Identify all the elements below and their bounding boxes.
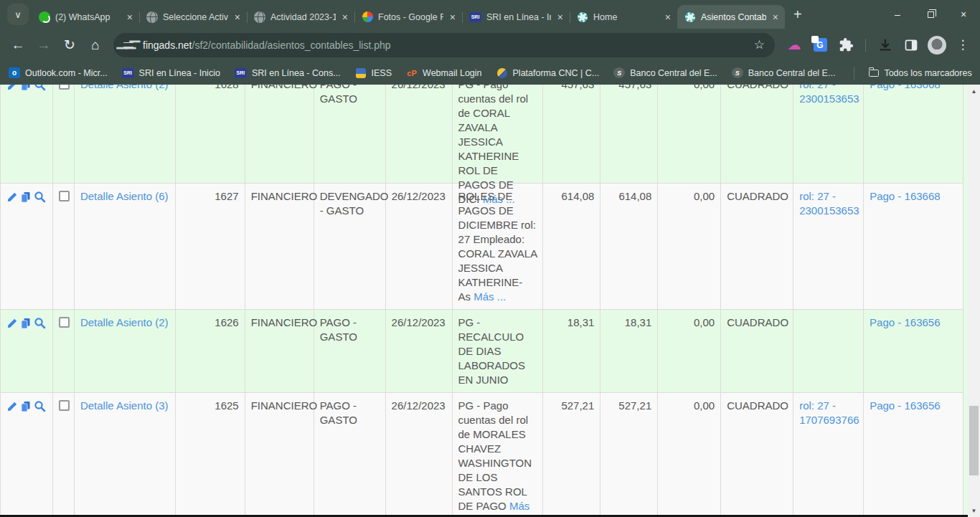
pago-link[interactable]: Pago - 163668 bbox=[870, 190, 940, 202]
tab-whatsapp[interactable]: (2) WhatsApp × bbox=[32, 5, 139, 29]
numero-asiento: 1628 bbox=[176, 85, 245, 183]
forward-button[interactable]: → bbox=[32, 33, 56, 57]
cpanel-icon: cP bbox=[406, 67, 418, 79]
rol-link[interactable]: rol: 27 - 1707693766 bbox=[799, 399, 859, 426]
close-button[interactable]: × bbox=[947, 0, 980, 29]
bookmark-banco-central-2[interactable]: S Banco Central del E... bbox=[732, 67, 836, 78]
all-bookmarks-button[interactable]: Todos los marcadores bbox=[869, 68, 971, 78]
edit-icon[interactable] bbox=[6, 318, 18, 329]
tab-close-icon[interactable]: × bbox=[126, 12, 134, 22]
diferencia: 0,00 bbox=[658, 310, 721, 392]
sri-icon: SRI bbox=[469, 12, 481, 22]
bookmark-plataforma-cnc[interactable]: Plataforma CNC | C... bbox=[496, 67, 600, 79]
row-checkbox[interactable] bbox=[59, 317, 70, 328]
edit-icon[interactable] bbox=[6, 401, 18, 412]
rol-link[interactable]: rol: 27 - 2300153653 bbox=[799, 190, 859, 217]
fecha: 26/12/2023 bbox=[386, 85, 453, 183]
fecha: 26/12/2023 bbox=[386, 393, 453, 517]
scrollbar-thumb[interactable] bbox=[969, 406, 979, 475]
diferencia: 0,00 bbox=[658, 85, 721, 183]
pago-link[interactable]: Pago - 163656 bbox=[870, 316, 940, 328]
bookmark-sri-inicio[interactable]: SRI SRI en Línea - Inicio bbox=[122, 68, 220, 78]
side-panel-icon[interactable] bbox=[900, 34, 922, 56]
url-text[interactable]: fingads.net/sf2/contabilidad/asientos_co… bbox=[143, 39, 746, 51]
reload-button[interactable]: ↻ bbox=[57, 33, 82, 57]
tipo-asiento: DEVENGADO - GASTO bbox=[314, 184, 386, 309]
home-button[interactable]: ⌂ bbox=[83, 33, 108, 57]
avatar bbox=[928, 36, 946, 54]
copy-icon[interactable] bbox=[20, 191, 32, 203]
bookmark-webmail[interactable]: cP Webmail Login bbox=[406, 67, 481, 79]
tab-search-button[interactable]: ∨ bbox=[7, 4, 29, 25]
bookmark-star-icon[interactable]: ☆ bbox=[754, 37, 765, 52]
row-checkbox[interactable] bbox=[59, 191, 70, 201]
tab-close-icon[interactable]: × bbox=[771, 12, 780, 22]
restore-button[interactable] bbox=[914, 0, 947, 29]
extensions-puzzle-icon[interactable] bbox=[835, 34, 857, 56]
numero-asiento: 1627 bbox=[176, 184, 245, 309]
tipo-asiento: PAGO - GASTO bbox=[314, 310, 386, 392]
tab-asientos-contables-active[interactable]: Asientos Contab × bbox=[677, 5, 785, 29]
descripcion: ROLES DE PAGOS DE DICIEMBRE rol: 27 Empl… bbox=[458, 190, 537, 303]
tab-close-icon[interactable]: × bbox=[556, 12, 565, 22]
vertical-scrollbar[interactable]: ▲ ▼ bbox=[968, 85, 980, 517]
pago-link[interactable]: Pago - 163656 bbox=[870, 399, 940, 412]
copy-icon[interactable] bbox=[20, 85, 32, 91]
copy-icon[interactable] bbox=[20, 401, 32, 412]
bookmark-banco-central-1[interactable]: S Banco Central del E... bbox=[613, 67, 717, 78]
tab-close-icon[interactable]: × bbox=[448, 12, 457, 22]
fecha: 26/12/2023 bbox=[386, 184, 453, 309]
outlook-icon: o bbox=[9, 67, 20, 78]
page-content: Detalle Asiento (2) 1628 FINANCIERO PAGO… bbox=[0, 85, 980, 517]
detalle-asiento-link[interactable]: Detalle Asiento (6) bbox=[80, 190, 169, 202]
bookmark-outlook[interactable]: o Outlook.com - Micr... bbox=[9, 67, 108, 78]
haber: 457,63 bbox=[600, 85, 658, 183]
tab-close-icon[interactable]: × bbox=[341, 12, 349, 22]
tab-close-icon[interactable]: × bbox=[233, 12, 242, 22]
back-button[interactable]: ← bbox=[6, 33, 30, 57]
view-icon[interactable] bbox=[34, 191, 46, 203]
tab-seleccione-actividad[interactable]: Seleccione Activ × bbox=[139, 5, 247, 29]
minimize-button[interactable]: – bbox=[881, 0, 914, 29]
rol-link[interactable]: rol: 27 - 2300153653 bbox=[799, 85, 859, 105]
table-row-1628: Detalle Asiento (2) 1628 FINANCIERO PAGO… bbox=[0, 85, 963, 184]
tab-close-icon[interactable]: × bbox=[664, 12, 672, 22]
pago-link[interactable]: Pago - 163668 bbox=[870, 85, 940, 90]
detalle-asiento-link[interactable]: Detalle Asiento (2) bbox=[80, 85, 169, 90]
view-icon[interactable] bbox=[34, 85, 46, 91]
row-checkbox[interactable] bbox=[59, 400, 70, 411]
bookmark-label: SRI en Línea - Cons... bbox=[252, 68, 341, 78]
bookmark-iess[interactable]: IESS bbox=[355, 67, 392, 79]
fecha: 26/12/2023 bbox=[386, 310, 453, 392]
tab-fotos-google[interactable]: Fotos - Google F × bbox=[354, 5, 462, 29]
downloads-icon[interactable] bbox=[875, 34, 896, 56]
row-checkbox[interactable] bbox=[59, 85, 70, 90]
new-tab-button[interactable]: + bbox=[785, 6, 811, 23]
tab-sri-en-linea[interactable]: SRI SRI en Línea - In × bbox=[462, 5, 570, 29]
detalle-asiento-link[interactable]: Detalle Asiento (3) bbox=[80, 399, 169, 412]
mas-link[interactable]: Más ... bbox=[473, 290, 506, 303]
edit-icon[interactable] bbox=[6, 85, 18, 91]
tab-actividad-2023[interactable]: Actividad 2023-1 × bbox=[247, 5, 354, 29]
iess-icon bbox=[355, 67, 367, 79]
address-bar[interactable]: fingads.net/sf2/contabilidad/asientos_co… bbox=[113, 33, 775, 57]
scroll-up-icon[interactable]: ▲ bbox=[968, 86, 980, 96]
bce-icon: S bbox=[613, 67, 625, 78]
menu-kebab-icon[interactable]: ⋮ bbox=[952, 34, 974, 56]
detalle-asiento-link[interactable]: Detalle Asiento (2) bbox=[80, 316, 169, 328]
view-icon[interactable] bbox=[34, 400, 46, 412]
bookmark-sri-consultas[interactable]: SRI SRI en Línea - Cons... bbox=[235, 68, 341, 78]
tab-home[interactable]: Home × bbox=[570, 5, 677, 29]
profile-avatar[interactable] bbox=[926, 34, 948, 56]
modulo: FINANCIERO bbox=[245, 184, 314, 309]
translate-icon[interactable]: G bbox=[809, 34, 831, 56]
edit-icon[interactable] bbox=[6, 191, 18, 203]
view-icon[interactable] bbox=[34, 317, 46, 329]
estado-badge: CUADRADO bbox=[721, 85, 793, 183]
cloud-extension-icon[interactable]: ☁ bbox=[783, 34, 805, 56]
copy-icon[interactable] bbox=[20, 318, 32, 329]
cnc-icon bbox=[496, 67, 508, 79]
diferencia: 0,00 bbox=[658, 184, 721, 309]
scroll-down-icon[interactable]: ▼ bbox=[968, 506, 980, 516]
site-settings-icon[interactable] bbox=[123, 41, 135, 49]
